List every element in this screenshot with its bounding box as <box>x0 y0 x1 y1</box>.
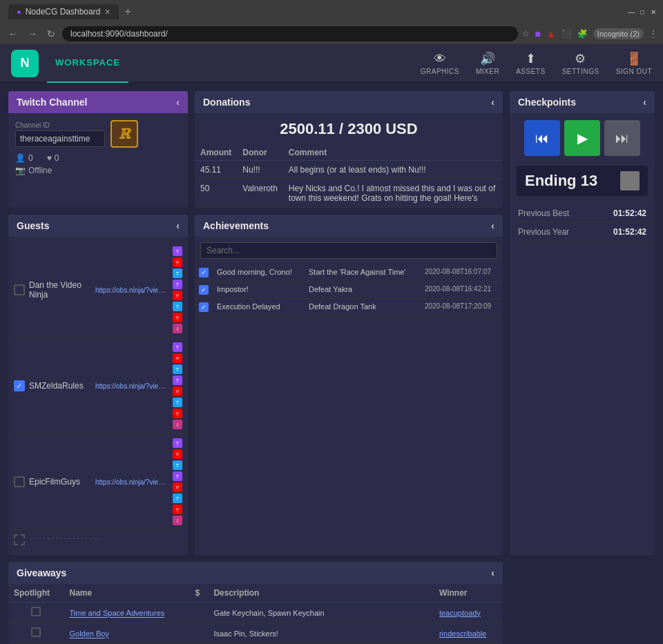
youtube-icon2[interactable]: Y <box>173 482 182 492</box>
twitch-icon[interactable]: T <box>173 246 182 256</box>
youtube-icon3[interactable]: Y <box>173 505 182 514</box>
more-options-icon[interactable]: ⋮ <box>649 29 657 39</box>
maximize-button[interactable]: □ <box>638 8 646 16</box>
twitch-icon[interactable]: T <box>173 342 182 352</box>
settings-action[interactable]: ⚙ SETTINGS <box>562 51 599 75</box>
twitch-icon[interactable]: T <box>173 438 182 448</box>
tab-close-icon[interactable]: ✕ <box>104 8 110 17</box>
youtube-icon[interactable]: Y <box>173 353 182 363</box>
guest-checkbox[interactable] <box>14 476 25 487</box>
twitch-icon2[interactable]: T <box>173 471 182 481</box>
browser-tab[interactable]: ● NodeCG Dashboard ✕ <box>8 4 119 19</box>
refresh-button[interactable]: ↻ <box>44 27 58 41</box>
play-button[interactable]: ▶ <box>564 120 600 156</box>
twitter-icon[interactable]: T <box>173 460 182 470</box>
giveaways-scroll[interactable]: Spotlight Name $ Description Winner Time… <box>8 584 503 644</box>
back-button[interactable]: ← <box>6 27 21 41</box>
achievement-timestamp: 2020-08-08T16:07:07 <box>421 264 503 282</box>
new-tab-button[interactable]: + <box>122 6 133 18</box>
guests-body: Dan the Video Ninjahttps://obs.ninja/?vi… <box>8 237 188 555</box>
twitch-channel-header: Twitch Channel ‹ <box>8 91 188 113</box>
forward-button[interactable]: → <box>25 27 40 41</box>
achievements-collapse-btn[interactable]: ‹ <box>491 220 494 231</box>
achievements-scroll[interactable]: ✓ Good morning, Crono! Start the 'Race A… <box>195 264 503 316</box>
twitter-icon[interactable]: T <box>173 269 182 278</box>
address-bar[interactable] <box>62 26 518 41</box>
instagram-icon[interactable]: I <box>173 420 182 429</box>
guest-url[interactable]: https://obs.ninja/?view=Dan1 <box>95 286 169 294</box>
twitter-icon2[interactable]: T <box>173 494 182 503</box>
youtube-icon[interactable]: Y <box>173 257 182 267</box>
twitter-icon2[interactable]: T <box>173 398 182 407</box>
mixer-label: MIXER <box>476 68 499 75</box>
guest-name: EpicFilmGuys <box>29 477 91 487</box>
twitter-icon[interactable]: T <box>173 364 182 374</box>
signout-action[interactable]: 🚪 SIGN OUT <box>616 51 652 75</box>
checkpoints-collapse-btn[interactable]: ‹ <box>643 97 646 108</box>
giveaway-spotlight[interactable] <box>8 603 64 623</box>
giveaways-collapse-btn[interactable]: ‹ <box>491 567 494 578</box>
rewind-button[interactable]: ⏮ <box>524 120 560 156</box>
spotlight-checkbox[interactable] <box>31 607 41 616</box>
bookmark-icon[interactable]: ☆ <box>522 29 530 39</box>
window-controls-right: — □ ✕ <box>627 8 657 16</box>
nodecg-ext-icon[interactable]: ■ <box>535 28 541 39</box>
channel-id-row: Channel ID ℝ <box>15 120 181 148</box>
amount-col-header: Amount <box>195 145 237 161</box>
achievements-search[interactable] <box>200 242 497 259</box>
guest-url[interactable]: https://obs.ninja/?view=Epicf <box>95 478 169 486</box>
twitch-icon2[interactable]: T <box>173 280 182 289</box>
guest-social-icons: TYTTYTYI <box>173 342 182 429</box>
add-guest-row[interactable]: - - - - - - - - - - - - - - - - - <box>14 530 182 549</box>
achievement-name: Impostor! <box>213 282 305 299</box>
guests-collapse-btn[interactable]: ‹ <box>176 220 180 231</box>
assets-action[interactable]: ⬆ ASSETS <box>516 51 545 75</box>
guest-url[interactable]: https://obs.ninja/?view=SMZe <box>95 382 169 390</box>
achievement-checkbox[interactable]: ✓ <box>195 282 213 299</box>
ext-icon-3[interactable]: ⬛ <box>561 29 572 39</box>
puzzle-icon[interactable]: 🧩 <box>577 29 588 39</box>
achievements-header: Achievements ‹ <box>195 215 503 237</box>
app-logo: N <box>11 50 39 77</box>
instagram-icon[interactable]: I <box>173 516 182 525</box>
youtube-icon3[interactable]: Y <box>173 313 182 322</box>
giveaway-spotlight[interactable] <box>8 623 64 644</box>
skip-button[interactable]: ⏭ <box>604 120 640 156</box>
add-guest-placeholder: - - - - - - - - - - - - - - - - - <box>30 534 100 545</box>
spotlight-checkbox[interactable] <box>31 627 41 637</box>
offline-status-row: 📷 Offline <box>15 166 181 175</box>
app-body: Twitch Channel ‹ Channel ID ℝ 👤 0 ♥ <box>0 83 663 644</box>
guest-checkbox[interactable]: ✓ <box>14 380 25 391</box>
twitch-icon2[interactable]: T <box>173 375 182 385</box>
mixer-action[interactable]: 🔊 MIXER <box>476 51 499 75</box>
guest-checkbox[interactable] <box>14 284 25 295</box>
youtube-icon2[interactable]: Y <box>173 387 182 396</box>
donations-scroll[interactable]: Amount Donor Comment 45.11 Nu!!! All beg… <box>195 145 503 208</box>
youtube-icon2[interactable]: Y <box>173 291 182 300</box>
graphics-action[interactable]: 👁 GRAPHICS <box>421 52 459 75</box>
ext-icon-2[interactable]: ▲ <box>546 28 556 39</box>
workspace-label: WORKSPACE <box>55 57 120 68</box>
close-button[interactable]: ✕ <box>649 8 657 16</box>
giveaway-winner: rindescribable <box>434 623 503 644</box>
achievement-timestamp: 2020-08-08T16:42:21 <box>421 282 503 299</box>
guest-social-icons: TYTTYTYI <box>173 246 182 333</box>
assets-label: ASSETS <box>516 68 545 75</box>
instagram-icon[interactable]: I <box>173 324 182 333</box>
twitch-collapse-btn[interactable]: ‹ <box>176 97 180 108</box>
achievement-checkbox[interactable]: ✓ <box>195 264 213 282</box>
checkpoint-display: Ending 13 <box>517 166 648 196</box>
guest-social-icons: TYTTYTYI <box>173 438 182 525</box>
youtube-icon3[interactable]: Y <box>173 409 182 418</box>
name-col-header: Name <box>64 584 189 603</box>
donations-collapse-btn[interactable]: ‹ <box>491 97 494 108</box>
assets-icon: ⬆ <box>526 51 537 66</box>
achievement-condition: Defeat Dragon Tank <box>305 299 421 316</box>
workspace-tab[interactable]: WORKSPACE <box>47 44 128 83</box>
twitter-icon2[interactable]: T <box>173 302 182 311</box>
achievement-checkbox[interactable]: ✓ <box>195 299 213 316</box>
minimize-button[interactable]: — <box>627 8 635 16</box>
youtube-icon[interactable]: Y <box>173 449 182 459</box>
add-guest-checkbox[interactable] <box>14 534 25 545</box>
channel-id-input[interactable] <box>15 130 105 147</box>
